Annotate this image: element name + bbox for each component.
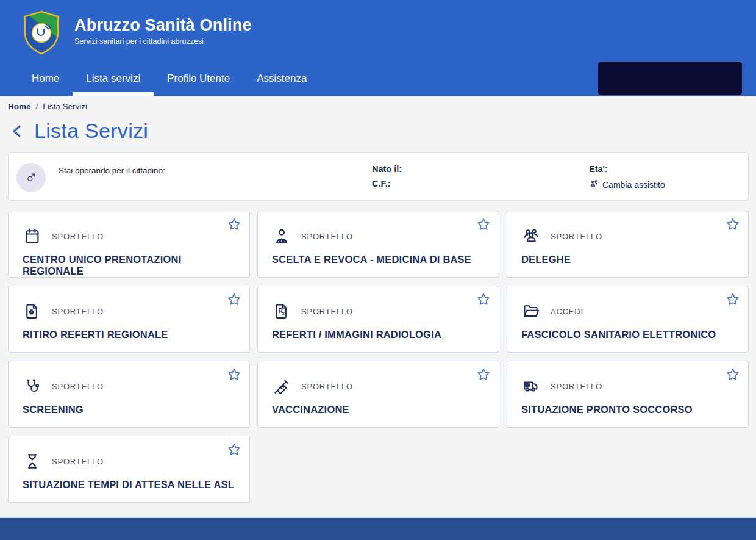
app-logo-shield-icon[interactable] <box>22 10 61 56</box>
favorite-star-icon[interactable] <box>225 441 243 459</box>
service-tag: SPORTELLO <box>551 382 602 391</box>
service-card-referti-radiologia[interactable]: R x SPORTELLO REFERTI / IMMAGINI RADIOLO… <box>257 286 499 353</box>
service-tag: SPORTELLO <box>52 382 104 391</box>
app-header: Abruzzo Sanità Online Servizi sanitari p… <box>0 0 756 96</box>
syringe-icon <box>272 376 291 396</box>
service-title: CENTRO UNICO PRENOTAZIONI REGIONALE <box>23 254 235 277</box>
service-title: REFERTI / IMMAGINI RADIOLOGIA <box>272 329 485 340</box>
breadcrumb-separator: / <box>36 102 38 111</box>
service-card-cup-regionale[interactable]: SPORTELLO CENTRO UNICO PRENOTAZIONI REGI… <box>8 211 250 278</box>
breadcrumb: Home / Lista Servizi <box>8 102 749 111</box>
service-tag: SPORTELLO <box>52 307 104 316</box>
operating-for-label: Stai operando per il cittadino: <box>59 166 372 175</box>
page-title-row: Lista Servizi <box>8 119 749 143</box>
favorite-star-icon[interactable] <box>474 290 493 309</box>
app-footer <box>0 517 756 540</box>
service-card-tempi-attesa[interactable]: SPORTELLO SITUAZIONE TEMPI DI ATTESA NEL… <box>8 436 250 503</box>
favorite-star-icon[interactable] <box>474 365 493 384</box>
app-subtitle: Servizi sanitari per i cittadini abruzze… <box>74 37 252 46</box>
service-title: FASCICOLO SANITARIO ELETTRONICO <box>521 329 734 340</box>
service-card-pronto-soccorso[interactable]: SPORTELLO SITUAZIONE PRONTO SOCCORSO <box>507 361 749 428</box>
favorite-star-icon[interactable] <box>225 290 243 309</box>
app-title: Abruzzo Sanità Online <box>74 16 252 35</box>
fiscal-code-label: C.F.: <box>372 179 589 189</box>
services-grid: SPORTELLO CENTRO UNICO PRENOTAZIONI REGI… <box>8 211 749 503</box>
doctor-icon <box>272 226 291 246</box>
medical-document-icon <box>23 301 42 321</box>
service-card-screening[interactable]: SPORTELLO SCREENING <box>8 361 250 428</box>
avatar: ♂ <box>16 163 46 192</box>
breadcrumb-home-link[interactable]: Home <box>8 102 31 111</box>
favorite-star-icon[interactable] <box>724 290 742 309</box>
service-tag: SPORTELLO <box>301 307 353 316</box>
hourglass-icon <box>23 452 42 471</box>
favorite-star-icon[interactable] <box>225 365 243 384</box>
brand-row: Abruzzo Sanità Online Servizi sanitari p… <box>0 0 756 61</box>
rx-document-icon: R x <box>272 301 291 321</box>
service-tag: SPORTELLO <box>551 232 602 241</box>
main-content: Home / Lista Servizi Lista Servizi ♂ Sta… <box>0 96 756 517</box>
male-gender-icon: ♂ <box>25 169 38 186</box>
service-tag: ACCEDI <box>551 307 583 316</box>
change-assisted-label: Cambia assistito <box>602 180 665 190</box>
service-card-fascicolo-sanitario[interactable]: ACCEDI FASCICOLO SANITARIO ELETTRONICO <box>507 286 749 353</box>
nav-item-profilo-utente[interactable]: Profilo Utente <box>154 61 243 96</box>
citizen-birth-cf-column: Nato il: C.F.: <box>372 164 589 189</box>
page-title: Lista Servizi <box>34 119 148 143</box>
favorite-star-icon[interactable] <box>724 215 742 234</box>
main-nav: Home Lista servizi Profilo Utente Assist… <box>0 61 756 96</box>
citizen-panel: ♂ Stai operando per il cittadino: Nato i… <box>8 152 749 201</box>
brand-text: Abruzzo Sanità Online Servizi sanitari p… <box>74 16 252 46</box>
service-card-deleghe[interactable]: SPORTELLO DELEGHE <box>507 211 749 278</box>
stethoscope-icon <box>23 376 42 396</box>
service-tag: SPORTELLO <box>52 232 104 241</box>
people-group-icon <box>521 226 541 246</box>
nav-item-assistenza[interactable]: Assistenza <box>243 61 320 96</box>
ambulance-icon <box>521 376 541 396</box>
service-tag: SPORTELLO <box>52 457 104 466</box>
service-title: DELEGHE <box>521 254 734 265</box>
user-account-chip[interactable] <box>598 62 742 95</box>
nav-item-home[interactable]: Home <box>18 61 73 96</box>
calendar-icon <box>23 226 42 246</box>
service-title: VACCINAZIONE <box>272 404 485 416</box>
citizen-age-column: Eta': Cambia assistito <box>589 164 736 191</box>
born-on-label: Nato il: <box>372 164 589 174</box>
service-card-vaccinazione[interactable]: SPORTELLO VACCINAZIONE <box>257 361 499 428</box>
open-folder-icon <box>521 301 541 321</box>
service-title: RITIRO REFERTI REGIONALE <box>23 329 235 340</box>
service-card-ritiro-referti[interactable]: SPORTELLO RITIRO REFERTI REGIONALE <box>8 286 250 353</box>
service-tag: SPORTELLO <box>301 232 353 241</box>
service-title: SITUAZIONE TEMPI DI ATTESA NELLE ASL <box>23 479 235 491</box>
svg-text:x: x <box>282 311 285 316</box>
chevron-left-icon[interactable] <box>9 122 26 140</box>
people-switch-icon <box>589 179 599 191</box>
service-title: SCELTA E REVOCA - MEDICINA DI BASE <box>272 254 485 265</box>
nav-item-lista-servizi[interactable]: Lista servizi <box>73 61 154 96</box>
favorite-star-icon[interactable] <box>724 365 742 384</box>
age-label: Eta': <box>589 164 736 174</box>
service-title: SITUAZIONE PRONTO SOCCORSO <box>521 404 734 416</box>
service-title: SCREENING <box>23 404 235 416</box>
service-card-scelta-revoca[interactable]: SPORTELLO SCELTA E REVOCA - MEDICINA DI … <box>257 211 499 278</box>
favorite-star-icon[interactable] <box>474 215 493 234</box>
service-tag: SPORTELLO <box>301 382 353 391</box>
favorite-star-icon[interactable] <box>225 215 243 234</box>
breadcrumb-current: Lista Servizi <box>43 102 87 111</box>
change-assisted-link[interactable]: Cambia assistito <box>589 179 665 191</box>
